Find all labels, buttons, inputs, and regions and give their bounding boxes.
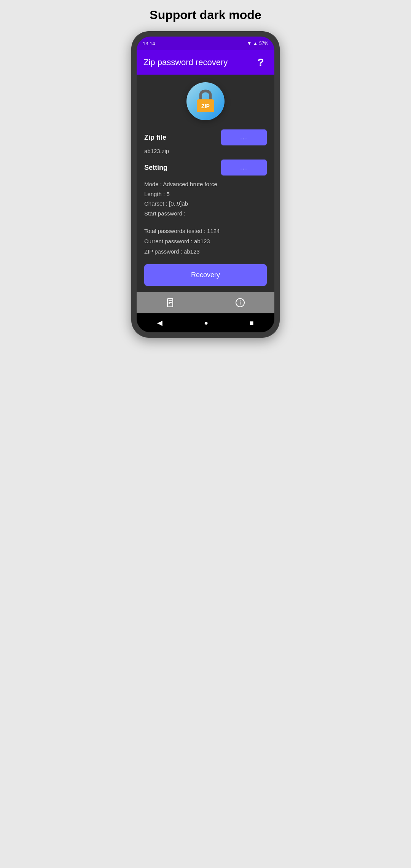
mode-line: Mode : Advanced brute force	[144, 179, 267, 189]
app-logo: ZIP	[186, 82, 225, 120]
status-bar: 13:14 ▼ ▲ 57%	[137, 37, 274, 50]
phone-screen: 13:14 ▼ ▲ 57% Zip password recovery ?	[137, 37, 274, 332]
charset-line: Charset : [0..9]ab	[144, 199, 267, 209]
main-content: ZIP Zip file ... ab123.zip Setting ...	[137, 75, 274, 292]
nav-files-icon[interactable]	[162, 295, 181, 310]
length-line: Length : 5	[144, 189, 267, 199]
setting-row: Setting ...	[144, 160, 267, 176]
app-bar: Zip password recovery ?	[137, 50, 274, 75]
zip-file-value: ab123.zip	[144, 148, 267, 154]
bottom-nav: i	[137, 292, 274, 313]
nav-info-icon[interactable]: i	[231, 295, 250, 310]
lock-zip-icon: ZIP	[192, 88, 219, 115]
setting-label: Setting	[144, 164, 167, 172]
stats-area: Total passwords tested : 1124 Current pa…	[144, 226, 267, 257]
recovery-button[interactable]: Recovery	[144, 264, 267, 286]
settings-info: Mode : Advanced brute force Length : 5 C…	[144, 179, 267, 218]
help-button[interactable]: ?	[254, 56, 268, 69]
wifi-icon: ▼	[247, 41, 252, 46]
status-time: 13:14	[143, 41, 155, 46]
signal-icon: ▲	[253, 41, 258, 46]
logo-area: ZIP	[144, 82, 267, 120]
setting-button[interactable]: ...	[221, 160, 267, 176]
svg-text:ZIP: ZIP	[201, 103, 210, 109]
back-button[interactable]: ◀	[157, 319, 162, 327]
status-icons: ▼ ▲ 57%	[247, 41, 268, 46]
zip-password-found: ZIP password : ab123	[144, 246, 267, 257]
zip-file-row: Zip file ...	[144, 129, 267, 145]
battery-icon: 57%	[259, 41, 268, 46]
total-tested: Total passwords tested : 1124	[144, 226, 267, 236]
app-bar-title: Zip password recovery	[143, 57, 228, 67]
zip-file-button[interactable]: ...	[221, 129, 267, 145]
android-nav: ◀ ● ■	[137, 313, 274, 332]
home-button[interactable]: ●	[204, 319, 208, 327]
current-password: Current password : ab123	[144, 236, 267, 246]
zip-file-label: Zip file	[144, 134, 166, 142]
start-password-line: Start password :	[144, 209, 267, 219]
phone-shell: 13:14 ▼ ▲ 57% Zip password recovery ?	[131, 31, 280, 338]
page-heading: Support dark mode	[150, 8, 261, 22]
svg-text:i: i	[239, 300, 241, 306]
recents-button[interactable]: ■	[250, 319, 254, 327]
